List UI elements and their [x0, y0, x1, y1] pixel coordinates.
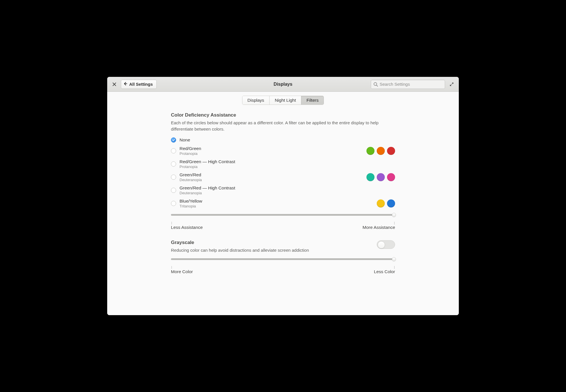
filter-option-labels: Blue/YellowTritanopia [180, 199, 377, 208]
filter-option-title: Red/Green — High Contrast [180, 159, 395, 164]
headerbar-right [295, 80, 455, 89]
color-swatches [366, 173, 395, 181]
grayscale-description: Reducing color can help avoid distractio… [171, 247, 373, 253]
filter-option-title: Red/Green [180, 146, 366, 151]
filter-radio[interactable] [171, 161, 176, 167]
tabs: DisplaysNight LightFilters [242, 96, 324, 105]
filter-option-labels: Green/Red — High ContrastDeuteranopia [180, 185, 395, 195]
content: DisplaysNight LightFilters Color Deficie… [107, 92, 459, 315]
slider-right-label: Less Color [374, 269, 395, 274]
filter-option-row: Red/GreenProtanopia [171, 145, 395, 158]
filter-option-labels: None [180, 137, 395, 143]
slider-ticks: || [171, 265, 395, 269]
filter-option-row: None [171, 136, 395, 145]
slider-ticks: || [171, 221, 395, 225]
search-icon [373, 82, 378, 87]
filter-option-subtitle: Tritanopia [180, 204, 377, 208]
tab-night-light[interactable]: Night Light [270, 96, 301, 105]
color-swatch [387, 147, 395, 155]
close-icon[interactable] [111, 81, 118, 88]
slider-left-label: More Color [171, 269, 193, 274]
page-title: Displays [274, 82, 292, 87]
color-swatch [377, 173, 385, 181]
filter-option-row: Blue/YellowTritanopia [171, 197, 395, 211]
filter-option-title: Green/Red [180, 172, 366, 177]
filter-option-title: None [180, 137, 395, 143]
filter-option-labels: Red/Green — High ContrastProtanopia [180, 159, 395, 169]
color-swatch [377, 147, 385, 155]
slider-left-label: Less Assistance [171, 225, 203, 230]
grayscale-slider-labels: More Color Less Color [171, 269, 395, 274]
color-swatches [366, 147, 395, 155]
assistance-slider[interactable] [171, 213, 395, 220]
filter-radio[interactable] [171, 201, 176, 206]
filter-option-row: Green/Red — High ContrastDeuteranopia [171, 184, 395, 197]
filter-option-subtitle: Protanopia [180, 165, 395, 169]
search-input[interactable] [371, 80, 445, 89]
color-swatch [366, 147, 374, 155]
filter-option-title: Green/Red — High Contrast [180, 185, 395, 191]
filter-radio[interactable] [171, 188, 176, 193]
grayscale-header: Grayscale Reducing color can help avoid … [171, 240, 395, 253]
filter-option-row: Red/Green — High ContrastProtanopia [171, 158, 395, 171]
assistance-slider-labels: Less Assistance More Assistance [171, 225, 395, 230]
filter-radio[interactable] [171, 137, 176, 143]
grayscale-text: Grayscale Reducing color can help avoid … [171, 240, 373, 253]
tab-filters[interactable]: Filters [301, 96, 324, 105]
slider-right-label: More Assistance [362, 225, 395, 230]
grayscale-title: Grayscale [171, 240, 373, 245]
search-wrap [371, 80, 445, 89]
filter-radio[interactable] [171, 175, 176, 180]
tabs-container: DisplaysNight LightFilters [107, 92, 459, 107]
slider-knob[interactable] [392, 257, 396, 261]
filter-option-labels: Red/GreenProtanopia [180, 146, 366, 156]
slider-track [171, 258, 395, 260]
color-deficiency-title: Color Deficiency Assistance [171, 112, 395, 118]
slider-track [171, 214, 395, 216]
color-deficiency-options: NoneRed/GreenProtanopiaRed/Green — High … [171, 136, 395, 211]
filter-option-row: Green/RedDeuteranopia [171, 171, 395, 184]
grayscale-section: Grayscale Reducing color can help avoid … [171, 240, 395, 275]
maximize-icon[interactable] [448, 81, 455, 88]
filter-radio[interactable] [171, 148, 176, 153]
filters-panel: Color Deficiency Assistance Each of the … [169, 112, 397, 274]
settings-window: All Settings Displays DisplaysNight Ligh… [107, 77, 459, 315]
toggle-knob [378, 241, 385, 249]
filter-option-subtitle: Deuteranopia [180, 191, 395, 195]
assistance-slider-area: || Less Assistance More Assistance [171, 213, 395, 230]
color-deficiency-description: Each of the circles below should appear … [171, 120, 395, 132]
all-settings-button[interactable]: All Settings [121, 80, 157, 89]
grayscale-toggle[interactable] [377, 240, 395, 249]
filter-option-title: Blue/Yellow [180, 199, 377, 204]
filter-option-subtitle: Deuteranopia [180, 178, 366, 182]
tab-displays[interactable]: Displays [242, 96, 270, 105]
filter-option-subtitle: Protanopia [180, 151, 366, 156]
svg-line-4 [376, 85, 378, 86]
headerbar-left: All Settings [111, 80, 271, 89]
back-button-label: All Settings [129, 82, 153, 87]
slider-knob[interactable] [392, 213, 396, 217]
color-swatch [387, 173, 395, 181]
grayscale-slider[interactable] [171, 257, 395, 264]
color-swatch [366, 173, 374, 181]
headerbar: All Settings Displays [107, 77, 459, 92]
color-swatch [387, 199, 395, 207]
color-swatches [377, 199, 395, 207]
color-swatch [377, 199, 385, 207]
filter-option-labels: Green/RedDeuteranopia [180, 172, 366, 182]
grayscale-slider-area: || More Color Less Color [171, 257, 395, 274]
arrow-left-icon [123, 82, 127, 87]
